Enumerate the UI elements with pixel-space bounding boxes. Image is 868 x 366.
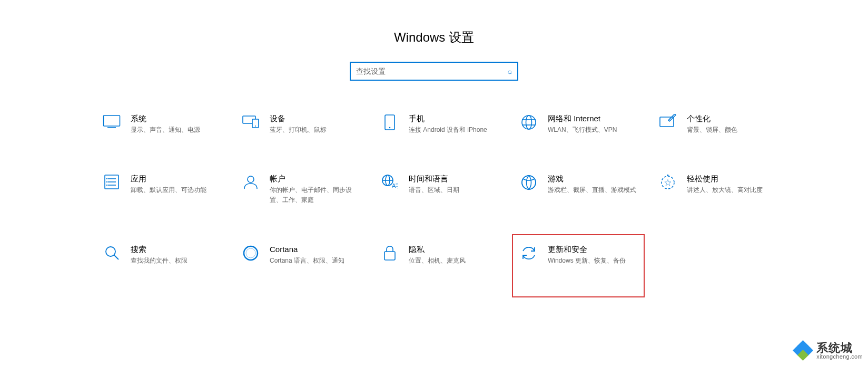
search-icon: ⌕ [508, 67, 512, 75]
cortana-icon [238, 244, 263, 262]
tile-cortana[interactable]: CortanaCortana 语言、权限、通知 [236, 240, 364, 269]
ease-icon [655, 173, 680, 191]
tile-title: 隐私 [409, 244, 501, 255]
tile-desc: 连接 Android 设备和 iPhone [409, 125, 501, 135]
tile-desc: 显示、声音、通知、电源 [131, 125, 223, 135]
svg-text:A字: A字 [392, 182, 398, 189]
tile-title: 时间和语言 [409, 173, 501, 184]
tile-desc: Windows 更新、恢复、备份 [548, 256, 640, 266]
svg-point-25 [522, 176, 536, 189]
phone-icon [377, 113, 402, 131]
tile-apps[interactable]: 应用卸载、默认应用、可选功能 [97, 170, 225, 208]
tile-title: 手机 [409, 113, 501, 124]
tile-personalize[interactable]: 个性化背景、锁屏、颜色 [653, 110, 782, 138]
tile-privacy[interactable]: 隐私位置、相机、麦克风 [375, 240, 504, 269]
search-container: ⌕ [0, 62, 868, 81]
tile-gaming[interactable]: 游戏游戏栏、截屏、直播、游戏模式 [514, 170, 643, 208]
svg-point-26 [662, 176, 674, 189]
tile-update[interactable]: 更新和安全Windows 更新、恢复、备份 [512, 234, 645, 297]
devices-icon [238, 113, 263, 129]
watermark-logo-icon [793, 341, 813, 361]
tile-title: 搜索 [131, 244, 223, 255]
tile-search[interactable]: 搜索查找我的文件、权限 [97, 240, 225, 269]
svg-point-19 [248, 176, 254, 182]
tile-phone[interactable]: 手机连接 Android 设备和 iPhone [375, 110, 504, 138]
svg-line-28 [114, 255, 119, 259]
privacy-icon [377, 244, 402, 262]
watermark-title: 系统城 [816, 342, 863, 354]
watermark-sub: xitongcheng.com [816, 354, 863, 360]
network-icon [516, 113, 541, 131]
svg-point-4 [255, 126, 256, 127]
tile-title: 个性化 [687, 113, 780, 124]
tile-desc: 游戏栏、截屏、直播、游戏模式 [548, 185, 640, 195]
update-icon [516, 244, 541, 262]
tile-title: 应用 [131, 173, 223, 184]
tile-desc: 你的帐户、电子邮件、同步设置、工作、家庭 [270, 185, 362, 205]
accounts-icon [238, 173, 263, 190]
tile-devices[interactable]: 设备蓝牙、打印机、鼠标 [236, 110, 364, 138]
time_language-icon: A字 [377, 173, 402, 190]
svg-rect-31 [384, 252, 395, 260]
svg-point-30 [246, 248, 255, 258]
search-icon [99, 244, 124, 261]
tile-desc: 语音、区域、日期 [409, 185, 501, 195]
svg-rect-0 [104, 115, 120, 126]
tile-desc: WLAN、飞行模式、VPN [548, 125, 640, 135]
svg-point-7 [522, 115, 536, 129]
watermark: 系统城 xitongcheng.com [793, 341, 863, 361]
svg-point-8 [526, 115, 532, 129]
svg-point-18 [106, 185, 107, 186]
search-input[interactable] [356, 67, 508, 75]
search-box[interactable]: ⌕ [350, 62, 518, 81]
tile-title: 帐户 [270, 173, 362, 184]
tile-title: 更新和安全 [548, 244, 640, 255]
tile-time_language[interactable]: A字时间和语言语音、区域、日期 [375, 170, 504, 208]
svg-point-16 [106, 178, 107, 179]
tile-desc: 位置、相机、麦克风 [409, 256, 501, 266]
tile-title: 轻松使用 [687, 173, 780, 184]
tile-title: 网络和 Internet [548, 113, 640, 124]
tile-system[interactable]: 系统显示、声音、通知、电源 [97, 110, 225, 138]
tile-network[interactable]: 网络和 InternetWLAN、飞行模式、VPN [514, 110, 643, 138]
svg-point-27 [106, 247, 115, 256]
tile-title: Cortana [270, 244, 362, 255]
personalize-icon [655, 113, 680, 129]
system-icon [99, 113, 124, 129]
svg-rect-11 [660, 117, 674, 127]
svg-point-6 [389, 127, 391, 129]
tile-desc: 背景、锁屏、颜色 [687, 125, 780, 135]
tile-accounts[interactable]: 帐户你的帐户、电子邮件、同步设置、工作、家庭 [236, 170, 364, 208]
svg-point-17 [106, 181, 107, 182]
tile-title: 游戏 [548, 173, 640, 184]
tile-desc: 卸载、默认应用、可选功能 [131, 185, 223, 195]
tile-desc: 讲述人、放大镜、高对比度 [687, 185, 780, 195]
apps-icon [99, 173, 124, 190]
gaming-icon [516, 173, 541, 191]
tile-desc: Cortana 语言、权限、通知 [270, 256, 362, 266]
page-title: Windows 设置 [0, 29, 868, 46]
tile-ease[interactable]: 轻松使用讲述人、放大镜、高对比度 [653, 170, 782, 208]
tile-desc: 蓝牙、打印机、鼠标 [270, 125, 362, 135]
tile-desc: 查找我的文件、权限 [131, 256, 223, 266]
settings-grid: 系统显示、声音、通知、电源设备蓝牙、打印机、鼠标手机连接 Android 设备和… [97, 110, 782, 269]
tile-title: 系统 [131, 113, 223, 124]
tile-title: 设备 [270, 113, 362, 124]
